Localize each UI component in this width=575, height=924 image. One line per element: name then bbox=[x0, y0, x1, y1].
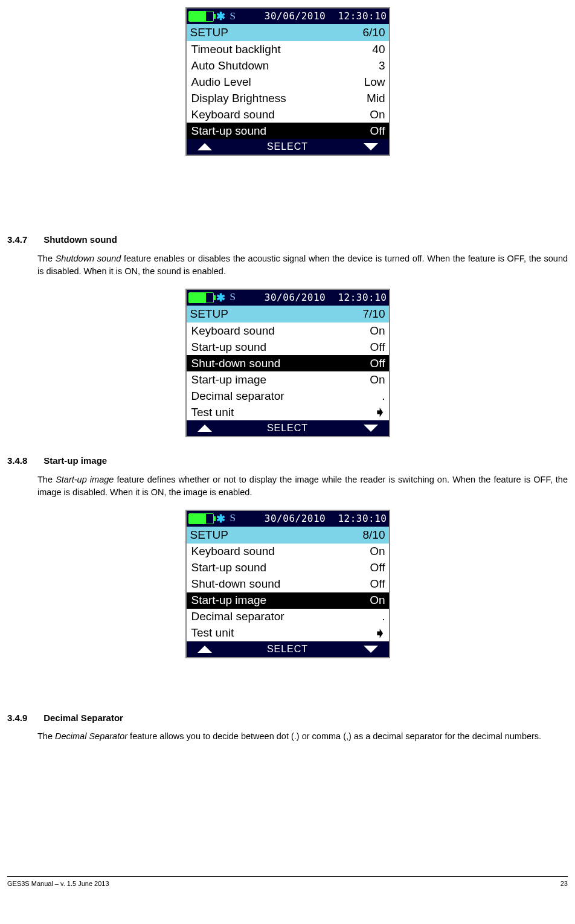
menu-item-value: On bbox=[370, 592, 385, 609]
menu-item[interactable]: Keyboard soundOn bbox=[187, 106, 389, 123]
setup-title-bar: SETUP 8/10 bbox=[187, 527, 389, 544]
menu-item[interactable]: Keyboard soundOn bbox=[187, 322, 389, 339]
setup-label: SETUP bbox=[190, 527, 228, 544]
section-heading-348: 3.4.8 Start-up image bbox=[7, 454, 568, 467]
page-indicator: 8/10 bbox=[363, 527, 385, 544]
soft-key-bar: SELECT bbox=[187, 641, 389, 657]
menu-item-label: Auto Shutdown bbox=[191, 57, 269, 74]
section-body-347: The Shutdown sound feature enables or di… bbox=[37, 252, 568, 278]
menu-item[interactable]: Timeout backlight40 bbox=[187, 41, 389, 57]
menu-item[interactable]: Start-up soundOff bbox=[187, 123, 389, 139]
menu-item[interactable]: Decimal separator. bbox=[187, 609, 389, 625]
menu-item[interactable]: Keyboard soundOn bbox=[187, 544, 389, 560]
menu-item[interactable]: Display BrightnessMid bbox=[187, 90, 389, 106]
menu-item-label: Start-up sound bbox=[191, 559, 267, 576]
select-softkey[interactable]: SELECT bbox=[267, 421, 308, 435]
menu-item-value: Off bbox=[370, 123, 385, 140]
menu-item-label: Keyboard sound bbox=[191, 106, 275, 123]
signal-indicator: S bbox=[230, 9, 236, 24]
menu-item-label: Display Brightness bbox=[191, 90, 286, 107]
menu-item-label: Start-up image bbox=[191, 592, 267, 609]
footer-page-number: 23 bbox=[561, 879, 568, 889]
date-time: 30/06/2010 12:30:10 bbox=[265, 9, 387, 23]
menu-item-value: . bbox=[382, 388, 385, 405]
menu-list: Timeout backlight40Auto Shutdown3Audio L… bbox=[187, 41, 389, 139]
select-softkey[interactable]: SELECT bbox=[267, 642, 308, 656]
submenu-arrow-icon: ➧ bbox=[374, 624, 386, 642]
menu-item-value: Off bbox=[370, 339, 385, 356]
nav-up-icon[interactable] bbox=[198, 425, 212, 432]
menu-item-label: Timeout backlight bbox=[191, 41, 281, 58]
menu-item-label: Start-up sound bbox=[191, 123, 267, 140]
section-heading-349: 3.4.9 Decimal Separator bbox=[7, 711, 568, 725]
setup-title-bar: SETUP 6/10 bbox=[187, 24, 389, 41]
nav-down-icon[interactable] bbox=[364, 425, 378, 432]
date-time: 30/06/2010 12:30:10 bbox=[265, 290, 387, 304]
select-softkey[interactable]: SELECT bbox=[267, 140, 308, 153]
footer-left: GES3S Manual – v. 1.5 June 2013 bbox=[7, 879, 109, 889]
device-screenshot-3: ✱ S 30/06/2010 12:30:10 SETUP 8/10 Keybo… bbox=[185, 510, 390, 658]
setup-label: SETUP bbox=[190, 24, 228, 41]
submenu-arrow-icon: ➧ bbox=[374, 403, 386, 421]
signal-indicator: S bbox=[230, 511, 236, 526]
menu-item-label: Keyboard sound bbox=[191, 543, 275, 560]
nav-down-icon[interactable] bbox=[364, 646, 378, 653]
menu-item-label: Test unit bbox=[191, 404, 234, 421]
menu-item-value: On bbox=[370, 543, 385, 560]
menu-item-value: On bbox=[370, 106, 385, 123]
date-time: 30/06/2010 12:30:10 bbox=[265, 512, 387, 525]
menu-item-value: Off bbox=[370, 576, 385, 592]
setup-title-bar: SETUP 7/10 bbox=[187, 306, 389, 322]
menu-item-value: On bbox=[370, 322, 385, 339]
status-bar: ✱ S 30/06/2010 12:30:10 bbox=[187, 290, 389, 306]
menu-item-label: Decimal separator bbox=[191, 608, 284, 625]
menu-item[interactable]: Start-up imageOn bbox=[187, 371, 389, 388]
bluetooth-icon: ✱ bbox=[216, 290, 225, 306]
menu-item-value: Off bbox=[370, 355, 385, 372]
device-screenshot-2: ✱ S 30/06/2010 12:30:10 SETUP 7/10 Keybo… bbox=[185, 289, 390, 437]
menu-item-label: Shut-down sound bbox=[191, 355, 281, 372]
menu-item-label: Test unit bbox=[191, 624, 234, 641]
soft-key-bar: SELECT bbox=[187, 420, 389, 436]
page-indicator: 6/10 bbox=[363, 24, 385, 41]
menu-list: Keyboard soundOnStart-up soundOffShut-do… bbox=[187, 322, 389, 420]
page-indicator: 7/10 bbox=[363, 306, 385, 322]
menu-item-value: Off bbox=[370, 559, 385, 576]
menu-item[interactable]: Audio LevelLow bbox=[187, 74, 389, 90]
menu-item[interactable]: Start-up soundOff bbox=[187, 339, 389, 355]
soft-key-bar: SELECT bbox=[187, 139, 389, 155]
nav-up-icon[interactable] bbox=[198, 143, 212, 150]
menu-item-label: Decimal separator bbox=[191, 388, 284, 405]
status-bar: ✱ S 30/06/2010 12:30:10 bbox=[187, 8, 389, 24]
menu-item-label: Start-up sound bbox=[191, 339, 267, 356]
menu-item[interactable]: Decimal separator. bbox=[187, 388, 389, 404]
battery-icon bbox=[188, 513, 214, 524]
menu-item-value: Low bbox=[364, 74, 385, 91]
bluetooth-icon: ✱ bbox=[216, 8, 225, 24]
menu-item[interactable]: Shut-down soundOff bbox=[187, 576, 389, 592]
menu-item-value: . bbox=[382, 608, 385, 625]
menu-item[interactable]: Test unit➧ bbox=[187, 625, 389, 641]
section-body-349: The Decimal Separator feature allows you… bbox=[37, 730, 568, 743]
menu-item-value: 40 bbox=[372, 41, 385, 58]
bluetooth-icon: ✱ bbox=[216, 511, 225, 527]
device-screenshot-1: ✱ S 30/06/2010 12:30:10 SETUP 6/10 Timeo… bbox=[185, 7, 390, 156]
signal-indicator: S bbox=[230, 290, 236, 305]
menu-item[interactable]: Start-up imageOn bbox=[187, 592, 389, 609]
nav-down-icon[interactable] bbox=[364, 143, 378, 150]
menu-item[interactable]: Start-up soundOff bbox=[187, 560, 389, 576]
menu-item-value: Mid bbox=[367, 90, 385, 107]
menu-item-label: Shut-down sound bbox=[191, 576, 281, 592]
setup-label: SETUP bbox=[190, 306, 228, 322]
menu-item-value: On bbox=[370, 371, 385, 388]
nav-up-icon[interactable] bbox=[198, 646, 212, 653]
menu-item-label: Start-up image bbox=[191, 371, 267, 388]
menu-item-label: Keyboard sound bbox=[191, 322, 275, 339]
menu-list: Keyboard soundOnStart-up soundOffShut-do… bbox=[187, 544, 389, 641]
section-heading-347: 3.4.7 Shutdown sound bbox=[7, 233, 568, 246]
page-footer: GES3S Manual – v. 1.5 June 2013 23 bbox=[7, 876, 568, 889]
menu-item-value: 3 bbox=[379, 57, 385, 74]
menu-item[interactable]: Auto Shutdown3 bbox=[187, 57, 389, 74]
menu-item[interactable]: Test unit➧ bbox=[187, 404, 389, 420]
menu-item[interactable]: Shut-down soundOff bbox=[187, 355, 389, 371]
